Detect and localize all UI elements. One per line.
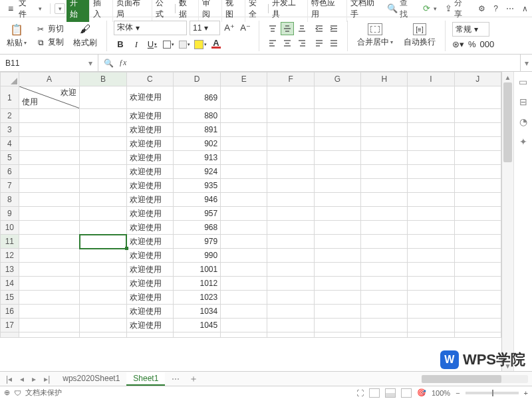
cell-D8[interactable]: 946 [174, 193, 221, 207]
cell-H14[interactable] [361, 277, 408, 291]
select-all-corner[interactable] [1, 72, 19, 86]
cell-F1[interactable] [267, 86, 314, 109]
cell-J5[interactable] [454, 151, 501, 165]
expand-formula-bar[interactable]: ▾ [520, 55, 532, 71]
cell-B14[interactable] [80, 277, 126, 291]
decrease-indent-button[interactable] [313, 22, 326, 35]
orientation-button[interactable] [313, 37, 326, 50]
settings-button[interactable]: ⚙ [478, 4, 485, 13]
cell-I1[interactable] [408, 86, 454, 109]
cell-E1[interactable] [221, 86, 267, 109]
cell-D17[interactable]: 1045 [174, 319, 221, 332]
cell-F6[interactable] [267, 165, 314, 179]
formula-input[interactable] [132, 57, 515, 70]
cell-H8[interactable] [361, 193, 408, 207]
cell-A12[interactable] [19, 249, 80, 263]
cell-E15[interactable] [221, 291, 267, 305]
scroll-thumb[interactable] [422, 375, 501, 383]
zoom-slider-thumb[interactable] [492, 390, 493, 396]
fullscreen-icon[interactable]: ⛶ [356, 389, 364, 397]
collapse-ribbon[interactable]: ∧ [522, 4, 528, 13]
cell-I5[interactable] [408, 151, 454, 165]
cell-C16[interactable]: 欢迎使用 [126, 305, 174, 319]
cell-A16[interactable] [19, 305, 80, 319]
cell-G18[interactable] [314, 332, 360, 338]
cell-I12[interactable] [408, 249, 454, 263]
next-sheet-button[interactable]: ▸ [30, 374, 38, 384]
cell-G16[interactable] [314, 305, 360, 319]
cell-D9[interactable]: 957 [174, 207, 221, 221]
row-header-6[interactable]: 6 [1, 165, 19, 179]
cell-H7[interactable] [361, 179, 408, 193]
row-header-10[interactable]: 10 [1, 221, 19, 235]
cell-J7[interactable] [454, 179, 501, 193]
col-header-J[interactable]: J [454, 72, 501, 86]
cell-C12[interactable]: 欢迎使用 [126, 249, 174, 263]
cell-F9[interactable] [267, 207, 314, 221]
scroll-down-button[interactable] [502, 360, 513, 371]
zoom-value[interactable]: 100% [432, 389, 450, 397]
cell-B11[interactable] [80, 235, 126, 249]
cell-D6[interactable]: 924 [174, 165, 221, 179]
paste-button[interactable]: 📋 粘贴▾ [4, 23, 29, 49]
cell-E17[interactable] [221, 319, 267, 332]
cell-F12[interactable] [267, 249, 314, 263]
percent-button[interactable]: % [468, 39, 476, 49]
cell-E12[interactable] [221, 249, 267, 263]
reading-mode-icon[interactable]: 🎯 [417, 388, 426, 397]
cell-G12[interactable] [314, 249, 360, 263]
increase-indent-button[interactable] [327, 22, 340, 35]
cell-I4[interactable] [408, 137, 454, 151]
cell-H18[interactable] [361, 332, 408, 338]
cell-I13[interactable] [408, 263, 454, 277]
cell-A8[interactable] [19, 193, 80, 207]
fill-color-button[interactable]: ▾ [194, 38, 207, 51]
cell-I15[interactable] [408, 291, 454, 305]
col-header-E[interactable]: E [221, 72, 267, 86]
bold-button[interactable]: B [114, 38, 127, 51]
cell-F7[interactable] [267, 179, 314, 193]
cell-J4[interactable] [454, 137, 501, 151]
cell-D14[interactable]: 1012 [174, 277, 221, 291]
cell-C11[interactable]: 欢迎使用 [126, 235, 174, 249]
cell-D5[interactable]: 913 [174, 151, 221, 165]
ribbon-tab-8[interactable]: 开发工具 [269, 0, 307, 22]
add-sheet-button[interactable]: ＋ [186, 373, 201, 385]
cell-A14[interactable] [19, 277, 80, 291]
sheet-tab-0[interactable]: wps2020Sheet1 [56, 372, 126, 386]
cell-C3[interactable]: 欢迎使用 [126, 123, 174, 137]
cell-E13[interactable] [221, 263, 267, 277]
doc-switcher[interactable]: ▾ [55, 3, 65, 14]
cell-B15[interactable] [80, 291, 126, 305]
cell-C7[interactable]: 欢迎使用 [126, 179, 174, 193]
align-right-button[interactable] [295, 37, 309, 50]
cell-G2[interactable] [314, 109, 360, 123]
cell-G5[interactable] [314, 151, 360, 165]
cell-A17[interactable] [19, 319, 80, 332]
cell-C18[interactable] [126, 332, 174, 338]
cell-C2[interactable]: 欢迎使用 [126, 109, 174, 123]
ribbon-tab-9[interactable]: 特色应用 [307, 0, 346, 22]
row-header-3[interactable]: 3 [1, 123, 19, 137]
cell-F15[interactable] [267, 291, 314, 305]
cell-I7[interactable] [408, 179, 454, 193]
cell-C5[interactable]: 欢迎使用 [126, 151, 174, 165]
cell-E3[interactable] [221, 123, 267, 137]
cell-H2[interactable] [361, 109, 408, 123]
number-format-combo[interactable]: 常规▾ [452, 22, 489, 37]
cell-B3[interactable] [80, 123, 126, 137]
cell-I11[interactable] [408, 235, 454, 249]
row-header-11[interactable]: 11 [1, 235, 19, 249]
cell-D11[interactable]: 979 [174, 235, 221, 249]
cell-C9[interactable]: 欢迎使用 [126, 207, 174, 221]
cell-E5[interactable] [221, 151, 267, 165]
ribbon-tab-0[interactable]: 开始 [66, 0, 89, 22]
cell-D12[interactable]: 990 [174, 249, 221, 263]
row-header-5[interactable]: 5 [1, 151, 19, 165]
ribbon-tab-3[interactable]: 公式 [152, 0, 175, 22]
row-header-18[interactable] [1, 332, 19, 338]
cell-B6[interactable] [80, 165, 126, 179]
cell-G10[interactable] [314, 221, 360, 235]
cell-B1[interactable] [80, 86, 126, 109]
cell-I14[interactable] [408, 277, 454, 291]
